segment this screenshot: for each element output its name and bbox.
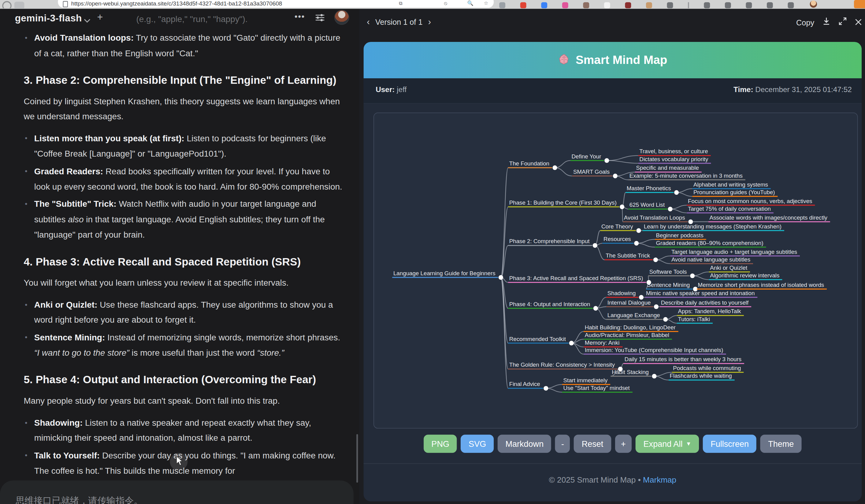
mindmap-node-label[interactable]: Example: 5-minute conversation in 3 mont… — [630, 173, 743, 179]
svg-export-button[interactable]: SVG — [461, 435, 494, 453]
mindmap-collapse-dot[interactable] — [639, 295, 644, 300]
mindmap-node-label[interactable]: Algorithmic review intervals — [710, 272, 779, 279]
mindmap-node-label[interactable]: Phase 3: Active Recall and Spaced Repeti… — [509, 275, 643, 281]
mindmap-node-label[interactable]: The Foundation — [509, 160, 549, 167]
mindmap-collapse-dot[interactable] — [634, 241, 639, 246]
extension-white-icon[interactable] — [604, 2, 610, 8]
extension-ring-icon[interactable] — [767, 2, 773, 8]
browser-edge-icon[interactable] — [854, 0, 865, 8]
bookmark-widget-icon[interactable]: ⧉ — [399, 1, 403, 7]
mindmap-node-label[interactable]: Habit Building: Duolingo, LingoDeer — [585, 324, 676, 331]
mindmap-node-label[interactable]: Tutors: iTalki — [678, 316, 710, 323]
mindmap-node-label[interactable]: Target 75% of daily conversation — [688, 206, 771, 212]
mindmap-node-label[interactable]: Shadowing — [608, 290, 636, 296]
mindmap-collapse-dot[interactable] — [674, 190, 679, 195]
mindmap-node-label[interactable]: Graded readers (80–90% comprehension) — [656, 240, 763, 246]
user-avatar[interactable] — [334, 10, 349, 25]
mindmap-node-label[interactable]: Language Exchange — [608, 312, 660, 318]
mindmap-node-label[interactable]: Avoid native language subtitles — [671, 256, 750, 263]
mindmap-node-label[interactable]: Anki or Quizlet — [710, 265, 748, 271]
mindmap-node-label[interactable]: Immersion: YouTube (Comprehensible Input… — [585, 347, 723, 353]
mindmap-node-label[interactable]: Recommended Toolkit — [509, 336, 566, 342]
mindmap-node-label[interactable]: 625 Word List — [630, 201, 665, 208]
theme-button[interactable]: Theme — [760, 435, 802, 453]
expand-all-button[interactable]: Expand All▼ — [636, 435, 699, 453]
mindmap-node-label[interactable]: Target language audio + target language … — [671, 249, 797, 255]
mindmap-node-label[interactable]: Mimic native speaker speed and intonatio… — [646, 290, 754, 296]
mindmap-collapse-dot[interactable] — [654, 304, 659, 309]
mindmap-node-label[interactable]: Language Learning Guide for Beginners — [393, 270, 496, 277]
mindmap-collapse-dot[interactable] — [620, 204, 624, 209]
mindmap-node-label[interactable]: SMART Goals — [573, 168, 610, 175]
zoom-out-button[interactable]: - — [555, 435, 570, 453]
extension-brown-icon[interactable] — [583, 2, 589, 8]
mindmap-node-label[interactable]: Internal Dialogue — [608, 300, 651, 306]
mindmap-node-label[interactable]: Focus on most common nouns, verbs, adjec… — [688, 198, 812, 204]
extension-red-icon[interactable] — [520, 2, 527, 8]
mindmap-node-label[interactable]: Memorize short phrases instead of isolat… — [698, 282, 824, 288]
mindmap-collapse-dot[interactable] — [613, 174, 618, 178]
blocked-icon[interactable]: ⦸ — [444, 1, 448, 7]
mindmap-node-label[interactable]: Travel, business, or culture — [639, 148, 708, 154]
previous-version-button[interactable]: ‹ — [367, 18, 370, 27]
browser-profile-avatar[interactable] — [810, 1, 817, 8]
mindmap-collapse-dot[interactable] — [498, 275, 503, 280]
extension-scissors-icon[interactable] — [788, 2, 794, 8]
mindmap-node-label[interactable]: Software Tools — [649, 269, 687, 275]
mindmap-node-label[interactable]: Podcasts while commuting — [673, 365, 741, 371]
copy-button[interactable]: Copy — [796, 18, 814, 27]
address-bar[interactable]: https://open-webui.yangtzeaidata.site/c/… — [58, 0, 494, 8]
reset-button[interactable]: Reset — [574, 435, 611, 453]
chat-input[interactable]: 思维接口已就绪，请传输指令。 — [0, 480, 354, 504]
mindmap-node-label[interactable]: Core Theory — [601, 223, 633, 230]
mindmap-node-label[interactable]: Use "Start Today" mindset — [563, 385, 630, 391]
bookmark-star-icon[interactable]: ☆ — [484, 1, 488, 6]
mindmap-node-label[interactable]: Phase 4: Output and Interaction — [509, 301, 590, 307]
mindmap-node-label[interactable]: The Subtitle Trick — [606, 252, 650, 259]
mindmap-node-label[interactable]: Start immediately — [563, 377, 608, 384]
mindmap-node-label[interactable]: Beginner podcasts — [656, 232, 703, 238]
mindmap-node-label[interactable]: Associate words with images/concepts dir… — [709, 214, 827, 221]
url-text[interactable]: https://open-webui.yangtzeaidata.site/c/… — [71, 0, 391, 7]
model-selector[interactable]: gemini-3-flash — [15, 13, 82, 24]
mindmap-collapse-dot[interactable] — [668, 207, 673, 211]
mindmap-collapse-dot[interactable] — [690, 273, 695, 278]
extension-book-icon[interactable] — [625, 2, 631, 8]
mindmap-node-label[interactable]: Daily 15 minutes is better than weekly 3… — [625, 356, 741, 362]
extension-gray-icon[interactable] — [499, 2, 505, 8]
extension-trash-icon[interactable] — [746, 2, 752, 8]
markmap-link[interactable]: Markmap — [643, 476, 676, 484]
fullscreen-button[interactable]: Fullscreen — [703, 435, 757, 453]
mindmap-node-label[interactable]: Audio/Practical: Pimsleur, Babbel — [585, 332, 669, 338]
controls-icon[interactable] — [316, 14, 324, 24]
extension-flask-icon[interactable] — [704, 2, 710, 8]
markdown-export-button[interactable]: Markdown — [498, 435, 551, 453]
tab-shape[interactable] — [14, 1, 24, 9]
mindmap-node-label[interactable]: Master Phonetics — [627, 185, 671, 191]
zoom-in-button[interactable]: + — [615, 435, 632, 453]
reload-icon[interactable] — [2, 1, 12, 9]
mindmap-collapse-dot[interactable] — [663, 317, 668, 322]
mindmap-node-label[interactable]: Dictates vocabulary priority — [639, 156, 708, 162]
download-icon[interactable] — [822, 17, 830, 27]
extension-pipe-icon[interactable] — [688, 2, 689, 8]
mindmap-canvas[interactable]: Language Learning Guide for BeginnersThe… — [373, 113, 858, 429]
mindmap-node-label[interactable]: Alphabet and writing systems — [693, 181, 768, 188]
chevron-down-icon[interactable] — [84, 15, 91, 25]
extension-blue-icon[interactable] — [541, 2, 547, 8]
mindmap-node-label[interactable]: Sentence Mining — [647, 282, 690, 288]
mindmap-node-label[interactable]: Flashcards while waiting — [670, 373, 732, 379]
chat-scrollbar[interactable] — [356, 434, 358, 483]
mindmap-node-label[interactable]: Specific and measurable — [636, 165, 699, 171]
mindmap-collapse-dot[interactable] — [569, 341, 574, 345]
new-chat-button[interactable]: + — [97, 12, 103, 23]
expand-icon[interactable] — [838, 17, 847, 27]
mindmap-collapse-dot[interactable] — [636, 228, 641, 233]
extension-play-icon[interactable] — [725, 2, 731, 8]
mindmap-node-label[interactable]: Describe daily activities to yourself — [661, 300, 749, 306]
search-icon[interactable]: 🔍 — [468, 1, 473, 6]
mindmap-node-label[interactable]: Resources — [603, 236, 631, 242]
mindmap-node-label[interactable]: Phase 1: Building the Core (First 30 Day… — [509, 199, 616, 206]
mindmap-collapse-dot[interactable] — [604, 158, 609, 163]
mindmap-collapse-dot[interactable] — [593, 243, 597, 248]
